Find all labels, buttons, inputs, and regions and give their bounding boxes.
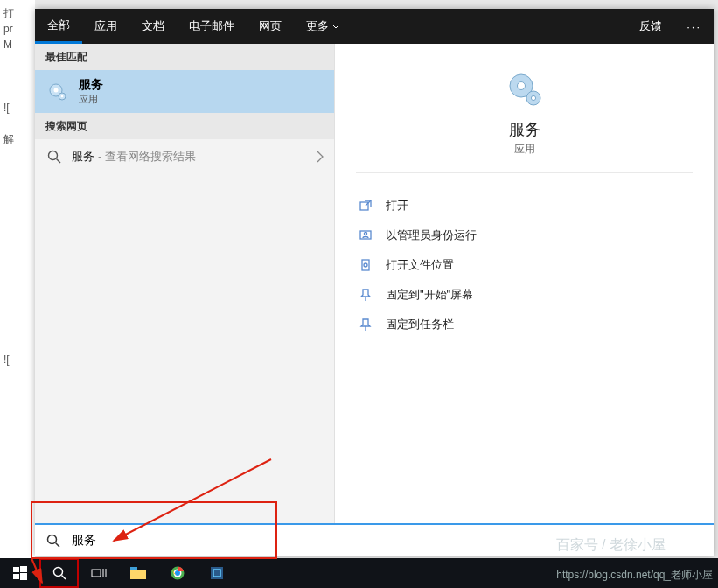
taskbar-vmware[interactable] — [197, 558, 236, 588]
svg-rect-33 — [211, 567, 223, 579]
best-match-result[interactable]: 服务 应用 — [35, 70, 334, 113]
chrome-icon — [171, 566, 185, 580]
svg-rect-22 — [20, 573, 27, 580]
action-pin-to-taskbar-label: 固定到任务栏 — [386, 317, 454, 332]
task-view-button[interactable] — [79, 558, 118, 588]
results-left-column: 最佳匹配 服务 应用 搜索网页 服务 - 查看网络搜索结果 — [35, 44, 335, 523]
svg-rect-29 — [130, 567, 137, 570]
windows-taskbar: https://blog.csdn.net/qq_老师小屋 — [0, 558, 718, 588]
action-open-file-location[interactable]: 打开文件位置 — [347, 250, 701, 280]
detail-title: 服务 — [509, 119, 540, 140]
tab-more-label: 更多 — [306, 18, 329, 34]
tab-more[interactable]: 更多 — [294, 9, 352, 44]
action-open-label: 打开 — [386, 198, 408, 214]
pin-taskbar-icon — [356, 317, 375, 332]
pin-start-icon — [356, 287, 375, 303]
svg-rect-20 — [20, 566, 27, 572]
action-pin-to-start-label: 固定到"开始"屏幕 — [386, 287, 473, 303]
best-match-subtitle: 应用 — [79, 93, 103, 106]
feedback-link[interactable]: 反馈 — [627, 18, 674, 34]
svg-rect-19 — [13, 567, 19, 572]
svg-point-3 — [61, 94, 64, 97]
action-pin-to-start[interactable]: 固定到"开始"屏幕 — [347, 280, 701, 310]
more-options-button[interactable]: ··· — [674, 20, 714, 33]
windows-search-panel: 全部 应用 文档 电子邮件 网页 更多 反馈 ··· 最佳匹配 服务 应用 搜索… — [35, 9, 714, 556]
task-view-icon — [91, 567, 107, 579]
windows-logo-icon — [13, 566, 27, 580]
watermark-text: https://blog.csdn.net/qq_老师小屋 — [556, 568, 713, 583]
services-gear-icon — [504, 68, 546, 110]
svg-rect-10 — [360, 202, 368, 210]
svg-point-23 — [53, 568, 62, 577]
result-detail-pane: 服务 应用 打开 以管理员身份运行 — [335, 44, 714, 523]
action-open[interactable]: 打开 — [347, 191, 701, 220]
svg-point-17 — [48, 535, 57, 543]
search-scope-tabs: 全部 应用 文档 电子邮件 网页 更多 反馈 ··· — [35, 9, 714, 44]
best-match-title: 服务 — [79, 77, 103, 93]
svg-line-5 — [57, 159, 61, 164]
tab-all[interactable]: 全部 — [35, 9, 82, 44]
web-search-subtitle: - 查看网络搜索结果 — [98, 149, 196, 164]
chevron-down-icon — [332, 24, 339, 29]
svg-point-1 — [54, 88, 59, 92]
file-explorer-icon — [130, 567, 146, 579]
web-search-term: 服务 — [72, 149, 94, 164]
tab-apps[interactable]: 应用 — [82, 9, 129, 44]
start-button[interactable] — [0, 558, 39, 588]
watermark-text-2: 百家号 / 老徐小屋 — [556, 536, 666, 555]
svg-rect-13 — [362, 260, 369, 270]
web-search-result[interactable]: 服务 - 查看网络搜索结果 — [35, 139, 334, 174]
background-page: 打 pr M ![ 解 ![ — [0, 0, 35, 560]
svg-point-4 — [49, 151, 58, 160]
action-open-file-location-label: 打开文件位置 — [386, 257, 454, 273]
tab-email[interactable]: 电子邮件 — [177, 9, 247, 44]
svg-point-9 — [531, 95, 535, 100]
admin-icon — [356, 228, 375, 243]
tab-web[interactable]: 网页 — [247, 9, 294, 44]
chevron-right-icon — [317, 150, 324, 163]
tab-documents[interactable]: 文档 — [129, 9, 177, 44]
svg-rect-21 — [13, 574, 19, 579]
action-run-as-admin[interactable]: 以管理员身份运行 — [347, 220, 701, 250]
best-match-header: 最佳匹配 — [35, 44, 334, 70]
svg-point-14 — [364, 263, 367, 267]
svg-rect-28 — [130, 570, 146, 579]
svg-line-24 — [61, 576, 66, 580]
taskbar-chrome[interactable] — [157, 558, 197, 588]
search-icon — [52, 566, 66, 580]
detail-subtitle: 应用 — [514, 142, 535, 157]
svg-line-18 — [56, 542, 60, 547]
services-gear-icon — [45, 80, 70, 104]
svg-rect-25 — [92, 570, 101, 577]
taskbar-search-button[interactable] — [39, 558, 79, 588]
action-list: 打开 以管理员身份运行 打开文件位置 — [335, 191, 714, 340]
open-icon — [356, 198, 375, 214]
action-pin-to-taskbar[interactable]: 固定到任务栏 — [347, 310, 701, 340]
taskbar-file-explorer[interactable] — [118, 558, 157, 588]
search-icon — [45, 148, 63, 165]
vmware-icon — [210, 566, 224, 580]
search-icon — [44, 534, 63, 548]
folder-icon — [356, 257, 375, 273]
svg-point-12 — [364, 232, 366, 234]
web-search-header: 搜索网页 — [35, 113, 334, 139]
svg-point-7 — [517, 82, 525, 90]
action-run-as-admin-label: 以管理员身份运行 — [386, 228, 477, 243]
